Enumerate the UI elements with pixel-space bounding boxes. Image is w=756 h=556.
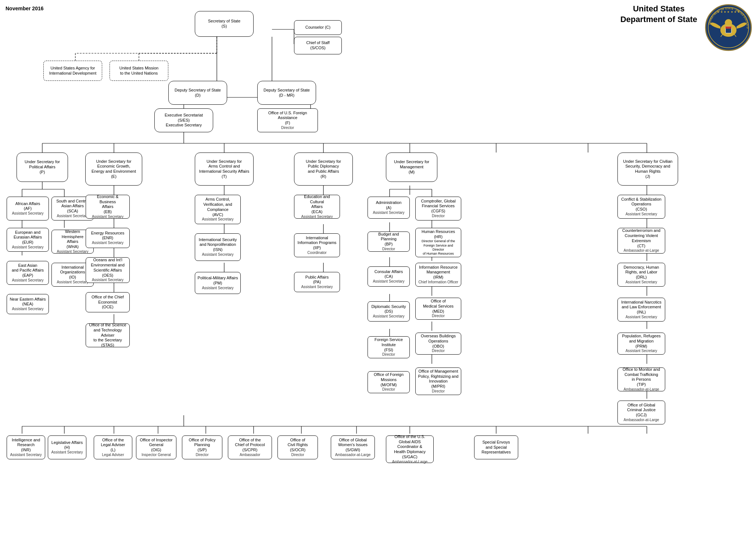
svg-point-3 xyxy=(725,19,732,26)
counterterrorism-box: Counterterrorism and Countering Violent … xyxy=(617,228,665,254)
legal-adviser-box: Office of the Legal Adviser (L) Legal Ad… xyxy=(94,435,132,459)
human-resources-box: Human Resources (HR) Director General of… xyxy=(415,228,461,257)
democracy-labor-box: Democracy, Human Rights, and Labor (DRL)… xyxy=(617,263,665,287)
conflict-stab-box: Conflict & Stabilization Operations (CSO… xyxy=(617,195,665,219)
counselor-box: Counselor (C) xyxy=(294,20,342,35)
department-seal: ★ ★ ★ ★ ★ ★ ★ DEPARTMENT OF STATE · UNIT… xyxy=(705,4,752,51)
us-arms-box: Under Secretary for Arms Control and Int… xyxy=(195,153,254,186)
east-asian-box: East Asian and Pacific Affairs (EAP) Ass… xyxy=(7,261,49,285)
trafficking-box: Office to Monitor and Combat Trafficking… xyxy=(617,367,665,391)
us-management-box: Under Secretary for Management (M) xyxy=(386,153,437,182)
womens-issues-box: Office of Global Women's Issues (S/GWI) … xyxy=(331,435,375,459)
arms-control-box: Arms Control, Verification, and Complian… xyxy=(195,195,241,224)
deputy-dmr-box: Deputy Secretary of State (D - MR) xyxy=(257,81,316,105)
info-resource-box: Information Resource Management (IRM) Ch… xyxy=(415,263,461,287)
department-title: United StatesDepartment of State xyxy=(620,4,697,25)
deputy-d-box: Deputy Secretary of State (D) xyxy=(168,81,227,105)
comptroller-box: Comptroller, Global Financial Services (… xyxy=(415,197,461,220)
african-affairs-box: African Affairs (AF) Assistant Secretary xyxy=(7,197,49,220)
oceans-box: Oceans and Int'l Environmental and Scien… xyxy=(86,257,130,283)
civil-rights-box: Office of Civil Rights (S/OCR) Director xyxy=(277,435,318,459)
econ-business-box: Economic & Business Affairs (EB) Assista… xyxy=(86,195,130,219)
chief-protocol-box: Office of the Chief of Protocol (S/CPR) … xyxy=(228,435,272,459)
population-box: Population, Refugees and Migration (PRM)… xyxy=(617,333,665,355)
policy-planning-box: Office of Policy Planning (S/P) Director xyxy=(182,435,222,459)
un-mission-box: United States Mission to the United Nati… xyxy=(110,61,168,81)
intl-info-box: International Information Programs (IIP)… xyxy=(294,233,340,257)
diplomatic-security-box: Diplomatic Security (DS) Assistant Secre… xyxy=(368,301,410,322)
exec-sec-box: Executive Secretariat (S/ES) Executive S… xyxy=(154,108,213,132)
mgmt-policy-box: Office of Management Policy, Rightsizing… xyxy=(415,367,461,395)
overseas-buildings-box: Overseas Buildings Operations (OBO) Dire… xyxy=(415,333,461,355)
european-affairs-box: European and Eurasian Affairs (EUR) Assi… xyxy=(7,228,49,252)
legislative-box: Legislative Affairs (H) Assistant Secret… xyxy=(48,435,86,459)
global-aids-box: Office of the U.S. Global AIDS Coordinat… xyxy=(386,435,434,463)
intl-narcotics-box: International Narcotics and Law Enforcem… xyxy=(617,298,665,322)
usaid-box: United States Agency for International D… xyxy=(43,61,102,81)
secretary-box: Secretary of State (S) xyxy=(195,11,254,37)
science-tech-box: Office of the Science and Technology Adv… xyxy=(86,323,130,347)
foreign-service-box: Foreign Service Institute (FSI) Director xyxy=(368,336,410,358)
administration-box: Administration (A) Assistant Secretary xyxy=(368,197,410,219)
date-label: November 2016 xyxy=(6,6,44,11)
inspector-general-box: Office of Inspector General (OIG) Inspec… xyxy=(136,435,176,459)
special-envoys-box: Special Envoys and Special Representativ… xyxy=(474,435,518,459)
us-economic-box: Under Secretary for Economic Growth, Ene… xyxy=(85,153,142,186)
near-eastern-box: Near Eastern Affairs (NEA) Assistant Sec… xyxy=(7,294,49,314)
chief-of-staff-box: Chief of Staff (S/COS) xyxy=(294,37,342,54)
us-public-box: Under Secretary for Public Diplomacy and… xyxy=(294,153,353,186)
political-military-box: Political-Military Affairs (PM) Assistan… xyxy=(195,272,241,294)
budget-planning-box: Budget and Planning (BP) Director xyxy=(368,232,410,252)
intelligence-box: Intelligence and Research (INR) Assistan… xyxy=(7,435,45,459)
us-political-box: Under Secretary for Political Affairs (P… xyxy=(17,153,68,182)
foreign-assistance-box: Office of U.S. Foreign Assistance (F) Di… xyxy=(257,108,318,132)
intl-security-box: International Security and Nonproliferat… xyxy=(195,233,241,261)
consular-affairs-box: Consular Affairs (CA) Assistant Secretar… xyxy=(368,266,410,287)
org-chart-page: November 2016 United StatesDepartment of… xyxy=(0,0,756,556)
energy-resources-box: Energy Resources (ENR) Assistant Secreta… xyxy=(86,228,130,248)
us-civilian-box: Under Secretary for Civilian Security, D… xyxy=(617,153,678,186)
chief-economist-box: Office of the Chief Economist (OCE) xyxy=(86,292,130,312)
foreign-missions-box: Office of Foreign Missions (M/OFM) Direc… xyxy=(368,371,410,393)
svg-rect-5 xyxy=(725,26,731,29)
public-affairs-box: Public Affairs (PA) Assistant Secretary xyxy=(294,272,340,292)
education-cultural-box: Education and Cultural Affairs (ECA) Ass… xyxy=(294,195,340,219)
medical-box: Office of Medical Services (MED) Directo… xyxy=(415,298,461,320)
global-criminal-box: Office of Global Criminal Justice (GCJ) … xyxy=(617,401,665,424)
